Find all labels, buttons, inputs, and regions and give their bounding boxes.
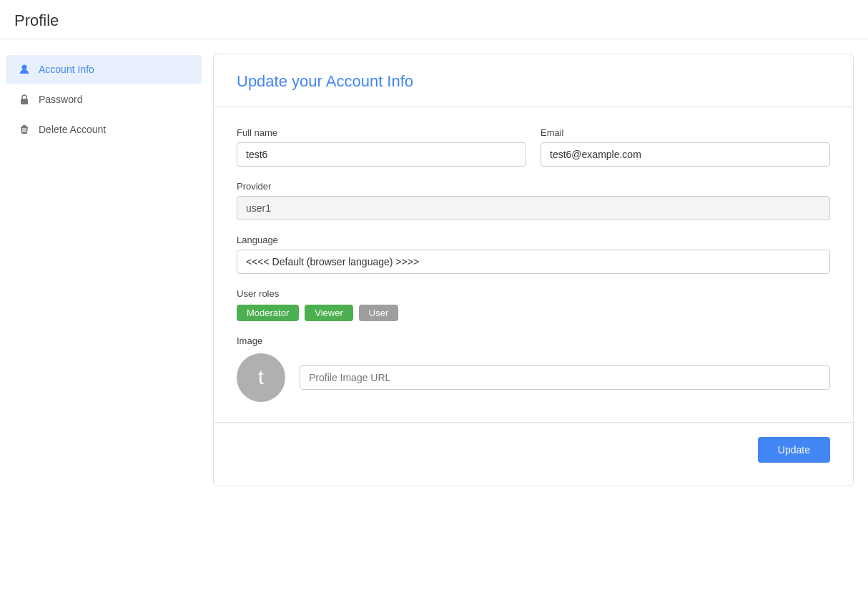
account-info-card: Update your Account Info Full name Email…	[213, 54, 854, 486]
full-name-group: Full name	[237, 127, 526, 167]
avatar: t	[237, 353, 285, 402]
provider-row: Provider	[237, 181, 830, 220]
image-section: Image t	[237, 335, 830, 402]
user-icon	[17, 64, 31, 75]
sidebar-item-account-info[interactable]: Account Info	[6, 55, 202, 84]
badge-viewer[interactable]: Viewer	[305, 305, 353, 321]
sidebar-item-delete-account[interactable]: Delete Account	[6, 115, 202, 144]
provider-group: Provider	[237, 181, 830, 220]
svg-rect-1	[21, 99, 28, 104]
email-group: Email	[541, 127, 830, 167]
main-content: Update your Account Info Full name Email…	[207, 48, 868, 501]
provider-input[interactable]	[237, 196, 830, 220]
card-divider	[214, 107, 853, 107]
badge-moderator[interactable]: Moderator	[237, 305, 299, 321]
sidebar-item-label: Account Info	[39, 64, 94, 75]
full-name-label: Full name	[237, 127, 526, 138]
language-row: Language	[237, 235, 830, 274]
card-title: Update your Account Info	[237, 72, 830, 92]
name-email-row: Full name Email	[237, 127, 830, 167]
image-url-input[interactable]	[300, 365, 830, 390]
language-input[interactable]	[237, 250, 830, 274]
sidebar-item-label: Delete Account	[39, 124, 106, 135]
badge-user[interactable]: User	[359, 305, 398, 321]
update-button[interactable]: Update	[758, 437, 830, 463]
language-label: Language	[237, 235, 830, 245]
email-label: Email	[541, 127, 830, 138]
language-group: Language	[237, 235, 830, 274]
svg-point-0	[22, 65, 27, 70]
page-title: Profile	[14, 11, 854, 30]
user-roles-label: User roles	[237, 288, 830, 299]
user-roles-section: User roles Moderator Viewer User	[237, 288, 830, 321]
form-footer: Update	[237, 437, 830, 463]
trash-icon	[17, 124, 31, 135]
image-row: t	[237, 353, 830, 402]
sidebar-item-label: Password	[39, 94, 82, 105]
lock-icon	[17, 94, 31, 105]
sidebar-item-password[interactable]: Password	[6, 85, 202, 114]
provider-label: Provider	[237, 181, 830, 192]
email-input[interactable]	[541, 142, 830, 167]
roles-badges: Moderator Viewer User	[237, 305, 830, 321]
sidebar: Account Info Password Delete Account	[0, 48, 207, 501]
image-label: Image	[237, 335, 830, 346]
full-name-input[interactable]	[237, 142, 526, 167]
footer-divider	[214, 422, 853, 423]
